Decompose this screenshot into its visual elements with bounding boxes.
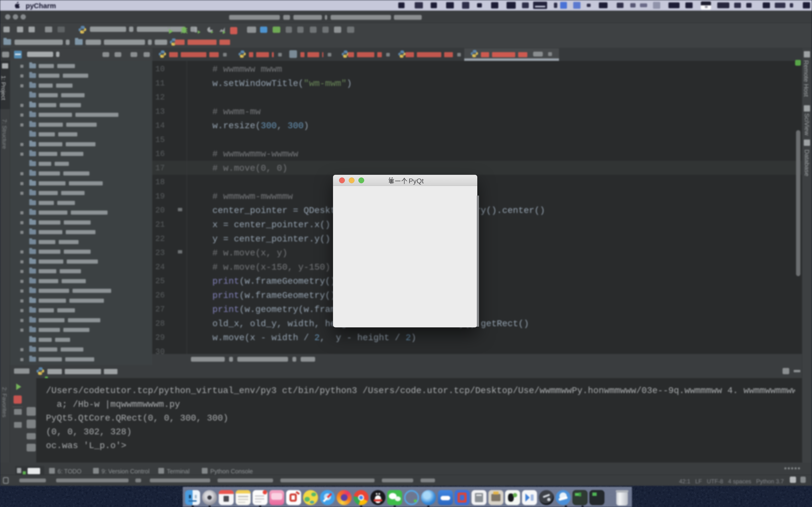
svg-text:PyQt: PyQt (409, 177, 424, 185)
